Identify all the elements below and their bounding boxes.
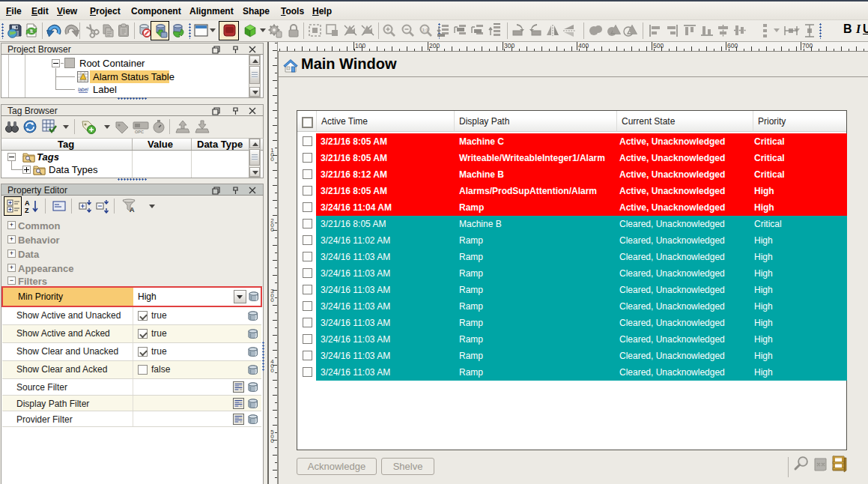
svg-text:label: label — [78, 87, 88, 92]
svg-text:A: A — [130, 206, 135, 214]
svg-text:1:1: 1:1 — [422, 28, 429, 32]
svg-text:Z: Z — [25, 207, 29, 214]
svg-text:A: A — [25, 199, 30, 207]
svg-text:OPC: OPC — [135, 130, 144, 134]
